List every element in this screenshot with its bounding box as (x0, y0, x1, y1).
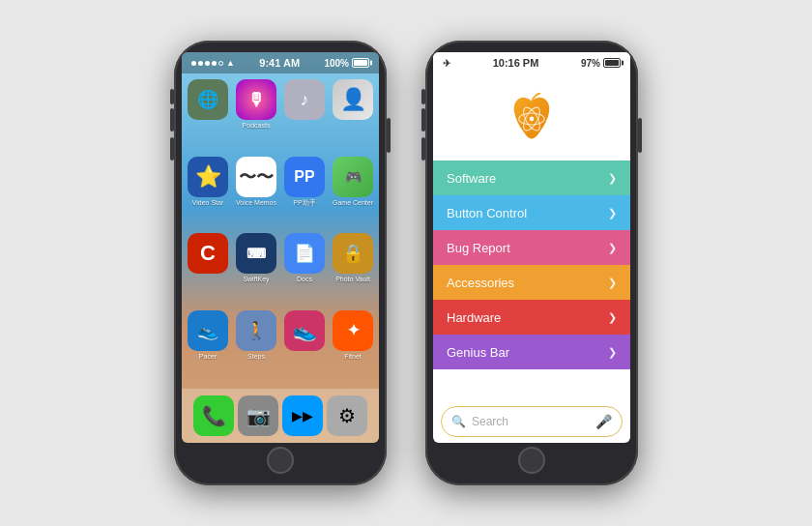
dock-videos[interactable]: ▶▶ (282, 395, 323, 436)
right-time: 10:16 PM (493, 57, 539, 69)
accessories-chevron: ❯ (608, 277, 617, 289)
right-mute-button[interactable] (421, 89, 425, 104)
right-power-button[interactable] (638, 118, 642, 153)
apple-logo-svg (503, 90, 561, 148)
search-icon: 🔍 (451, 415, 466, 428)
button-control-chevron: ❯ (608, 207, 617, 219)
svg-point-3 (530, 117, 535, 122)
app-nike[interactable]: 👟 (282, 310, 327, 384)
app-podcasts[interactable]: 🎙 Podcasts (234, 79, 278, 153)
app-videostar[interactable]: ⭐ Video Star (186, 157, 230, 230)
dock: 📞 📷 ▶▶ ⚙ (182, 389, 379, 443)
bug-report-chevron: ❯ (608, 242, 617, 254)
accessories-item[interactable]: Accessories ❯ (433, 265, 630, 300)
hardware-label: Hardware (447, 310, 501, 325)
right-status-right: 97% (581, 58, 621, 69)
app-logo (498, 85, 566, 153)
app-steps[interactable]: 🚶 Steps (234, 310, 278, 384)
home-button[interactable] (267, 447, 294, 474)
search-bar[interactable]: 🔍 Search 🎤 (441, 406, 623, 437)
volume-down-button[interactable] (170, 137, 174, 161)
left-phone: ▲ 9:41 AM 100% 🌐 🎙 Podcasts ♪ (174, 41, 387, 485)
app-swiftkey[interactable]: ⌨ SwiftKey (234, 233, 278, 307)
accessories-label: Accessories (447, 276, 514, 290)
app-grid: 🌐 🎙 Podcasts ♪ 👤 ⭐ Video Star 〜〜 (182, 73, 379, 389)
app-header (433, 73, 630, 161)
software-chevron: ❯ (608, 172, 617, 185)
right-battery-percent: 97% (581, 58, 600, 69)
button-control-label: Button Control (447, 206, 527, 220)
right-screen: ✈ 10:16 PM 97% (433, 52, 630, 443)
software-label: Software (447, 171, 496, 186)
volume-up-button[interactable] (170, 108, 174, 132)
app-contacts[interactable]: 👤 (331, 79, 375, 153)
right-status-bar: ✈ 10:16 PM 97% (433, 52, 630, 73)
genius-bar-chevron: ❯ (608, 346, 617, 359)
mute-button[interactable] (170, 89, 174, 104)
airplane-icon: ✈ (443, 58, 450, 69)
status-left: ▲ (191, 58, 235, 68)
search-placeholder: Search (472, 415, 590, 428)
signal-icon (191, 61, 223, 66)
app-docs[interactable]: 📄 Docs (282, 233, 327, 307)
bug-report-label: Bug Report (447, 241, 510, 255)
left-status-bar: ▲ 9:41 AM 100% (182, 52, 379, 73)
software-item[interactable]: Software ❯ (433, 161, 630, 195)
battery-icon (352, 58, 369, 68)
right-phone: ✈ 10:16 PM 97% (425, 41, 638, 485)
bug-report-item[interactable]: Bug Report ❯ (433, 230, 630, 265)
dock-camera[interactable]: 📷 (238, 395, 278, 436)
mic-icon[interactable]: 🎤 (595, 414, 612, 429)
genius-bar-label: Genius Bar (447, 345, 509, 360)
right-home-button[interactable] (518, 447, 545, 474)
status-right: 100% (324, 58, 369, 69)
power-button[interactable] (387, 118, 391, 153)
genius-bar-item[interactable]: Genius Bar ❯ (433, 335, 630, 369)
app-voicememos[interactable]: 〜〜 Voice Memos (234, 157, 278, 230)
app-music[interactable]: ♪ (282, 79, 327, 153)
hardware-item[interactable]: Hardware ❯ (433, 300, 630, 335)
wifi-icon: ▲ (226, 58, 235, 68)
left-screen: ▲ 9:41 AM 100% 🌐 🎙 Podcasts ♪ (182, 52, 379, 443)
app-web[interactable]: 🌐 (186, 79, 230, 153)
left-time: 9:41 AM (259, 57, 300, 69)
right-status-left: ✈ (443, 58, 450, 69)
app-fitnet[interactable]: ✦ Fitnet (331, 310, 375, 384)
battery-percent: 100% (324, 58, 349, 69)
dock-phone[interactable]: 📞 (193, 395, 234, 436)
button-control-item[interactable]: Button Control ❯ (433, 195, 630, 230)
app-pacer[interactable]: 👟 Pacer (186, 310, 230, 384)
menu-list: Software ❯ Button Control ❯ Bug Report ❯… (433, 161, 630, 400)
app-photovault[interactable]: 🔒 Photo Vault (331, 233, 375, 307)
right-volume-up-button[interactable] (421, 108, 425, 132)
right-battery-icon (603, 58, 621, 68)
app-c[interactable]: C (186, 233, 230, 307)
dock-settings[interactable]: ⚙ (327, 395, 367, 436)
right-volume-down-button[interactable] (421, 137, 425, 161)
app-gamecenter[interactable]: 🎮 Game Center (331, 157, 375, 230)
hardware-chevron: ❯ (608, 311, 617, 324)
app-pp[interactable]: PP PP助手 (282, 157, 327, 230)
